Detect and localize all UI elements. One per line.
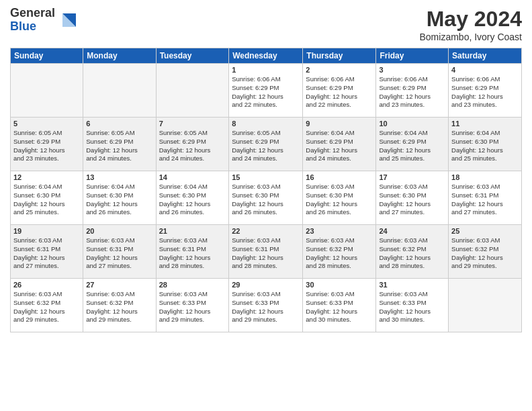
table-row: 4Sunrise: 6:06 AM Sunset: 6:29 PM Daylig… <box>449 64 522 118</box>
table-row: 20Sunrise: 6:03 AM Sunset: 6:31 PM Dayli… <box>83 225 156 279</box>
day-number: 21 <box>159 227 226 235</box>
day-info: Sunrise: 6:04 AM Sunset: 6:29 PM Dayligh… <box>379 129 445 163</box>
table-row: 12Sunrise: 6:04 AM Sunset: 6:30 PM Dayli… <box>11 171 83 225</box>
day-number: 5 <box>13 120 80 128</box>
table-row: 24Sunrise: 6:03 AM Sunset: 6:32 PM Dayli… <box>376 225 449 279</box>
logo-blue: Blue <box>10 20 55 34</box>
table-row: 11Sunrise: 6:04 AM Sunset: 6:30 PM Dayli… <box>449 118 522 171</box>
header: General Blue May 2024 Bomizambo, Ivory C… <box>10 7 522 42</box>
day-number: 9 <box>306 120 373 128</box>
day-number: 23 <box>306 227 373 235</box>
table-row: 14Sunrise: 6:04 AM Sunset: 6:30 PM Dayli… <box>156 171 229 225</box>
day-number: 11 <box>451 120 519 128</box>
day-info: Sunrise: 6:03 AM Sunset: 6:31 PM Dayligh… <box>13 236 80 271</box>
day-info: Sunrise: 6:03 AM Sunset: 6:31 PM Dayligh… <box>451 183 519 217</box>
table-row: 6Sunrise: 6:05 AM Sunset: 6:29 PM Daylig… <box>83 118 156 171</box>
calendar-week-row: 26Sunrise: 6:03 AM Sunset: 6:32 PM Dayli… <box>11 279 522 332</box>
table-row: 16Sunrise: 6:03 AM Sunset: 6:30 PM Dayli… <box>303 171 376 225</box>
table-row <box>449 279 522 332</box>
day-number: 6 <box>86 120 152 128</box>
month-title: May 2024 <box>420 7 523 32</box>
day-info: Sunrise: 6:04 AM Sunset: 6:29 PM Dayligh… <box>306 129 373 163</box>
logo-text: General Blue <box>10 7 55 34</box>
day-number: 1 <box>232 66 300 74</box>
day-info: Sunrise: 6:03 AM Sunset: 6:30 PM Dayligh… <box>232 183 300 217</box>
day-number: 26 <box>13 281 80 289</box>
day-number: 22 <box>232 227 300 235</box>
calendar-week-row: 5Sunrise: 6:05 AM Sunset: 6:29 PM Daylig… <box>11 118 522 171</box>
logo-icon <box>57 11 77 31</box>
table-row: 9Sunrise: 6:04 AM Sunset: 6:29 PM Daylig… <box>303 118 376 171</box>
calendar-week-row: 19Sunrise: 6:03 AM Sunset: 6:31 PM Dayli… <box>11 225 522 279</box>
day-info: Sunrise: 6:06 AM Sunset: 6:29 PM Dayligh… <box>306 75 373 109</box>
day-info: Sunrise: 6:05 AM Sunset: 6:29 PM Dayligh… <box>86 129 152 163</box>
day-info: Sunrise: 6:05 AM Sunset: 6:29 PM Dayligh… <box>13 129 80 163</box>
table-row: 26Sunrise: 6:03 AM Sunset: 6:32 PM Dayli… <box>11 279 83 332</box>
day-info: Sunrise: 6:03 AM Sunset: 6:31 PM Dayligh… <box>86 236 152 271</box>
day-number: 8 <box>232 120 300 128</box>
title-section: May 2024 Bomizambo, Ivory Coast <box>420 7 523 42</box>
day-number: 30 <box>306 281 373 289</box>
day-info: Sunrise: 6:06 AM Sunset: 6:29 PM Dayligh… <box>451 75 519 109</box>
day-info: Sunrise: 6:06 AM Sunset: 6:29 PM Dayligh… <box>232 75 300 109</box>
day-number: 25 <box>451 227 519 235</box>
day-info: Sunrise: 6:04 AM Sunset: 6:30 PM Dayligh… <box>451 129 519 163</box>
day-info: Sunrise: 6:04 AM Sunset: 6:30 PM Dayligh… <box>13 183 80 217</box>
day-number: 15 <box>232 173 300 181</box>
day-info: Sunrise: 6:03 AM Sunset: 6:32 PM Dayligh… <box>306 236 373 271</box>
day-number: 17 <box>379 173 445 181</box>
table-row: 23Sunrise: 6:03 AM Sunset: 6:32 PM Dayli… <box>303 225 376 279</box>
calendar-header-row: Sunday Monday Tuesday Wednesday Thursday… <box>11 48 522 64</box>
day-info: Sunrise: 6:03 AM Sunset: 6:31 PM Dayligh… <box>232 236 300 271</box>
day-number: 12 <box>13 173 80 181</box>
calendar-table: Sunday Monday Tuesday Wednesday Thursday… <box>10 48 522 332</box>
day-info: Sunrise: 6:03 AM Sunset: 6:32 PM Dayligh… <box>13 290 80 324</box>
table-row: 21Sunrise: 6:03 AM Sunset: 6:31 PM Dayli… <box>156 225 229 279</box>
table-row: 13Sunrise: 6:04 AM Sunset: 6:30 PM Dayli… <box>83 171 156 225</box>
table-row: 30Sunrise: 6:03 AM Sunset: 6:33 PM Dayli… <box>303 279 376 332</box>
day-number: 14 <box>159 173 226 181</box>
day-info: Sunrise: 6:04 AM Sunset: 6:30 PM Dayligh… <box>159 183 226 217</box>
header-sunday: Sunday <box>11 48 83 64</box>
table-row: 3Sunrise: 6:06 AM Sunset: 6:29 PM Daylig… <box>376 64 449 118</box>
day-number: 28 <box>159 281 226 289</box>
day-number: 29 <box>232 281 300 289</box>
table-row: 22Sunrise: 6:03 AM Sunset: 6:31 PM Dayli… <box>229 225 303 279</box>
header-wednesday: Wednesday <box>229 48 303 64</box>
table-row: 19Sunrise: 6:03 AM Sunset: 6:31 PM Dayli… <box>11 225 83 279</box>
header-thursday: Thursday <box>303 48 376 64</box>
table-row: 8Sunrise: 6:05 AM Sunset: 6:29 PM Daylig… <box>229 118 303 171</box>
table-row: 2Sunrise: 6:06 AM Sunset: 6:29 PM Daylig… <box>303 64 376 118</box>
page-container: General Blue May 2024 Bomizambo, Ivory C… <box>0 0 532 336</box>
day-number: 19 <box>13 227 80 235</box>
day-number: 13 <box>86 173 152 181</box>
logo: General Blue <box>10 7 77 34</box>
day-number: 20 <box>86 227 152 235</box>
table-row: 31Sunrise: 6:03 AM Sunset: 6:33 PM Dayli… <box>376 279 449 332</box>
table-row: 29Sunrise: 6:03 AM Sunset: 6:33 PM Dayli… <box>229 279 303 332</box>
day-number: 7 <box>159 120 226 128</box>
table-row <box>156 64 229 118</box>
table-row: 17Sunrise: 6:03 AM Sunset: 6:30 PM Dayli… <box>376 171 449 225</box>
location: Bomizambo, Ivory Coast <box>420 32 523 42</box>
logo-general: General <box>10 7 55 20</box>
day-info: Sunrise: 6:05 AM Sunset: 6:29 PM Dayligh… <box>232 129 300 163</box>
day-info: Sunrise: 6:03 AM Sunset: 6:30 PM Dayligh… <box>306 183 373 217</box>
day-number: 27 <box>86 281 152 289</box>
day-info: Sunrise: 6:03 AM Sunset: 6:32 PM Dayligh… <box>451 236 519 271</box>
day-number: 18 <box>451 173 519 181</box>
table-row: 15Sunrise: 6:03 AM Sunset: 6:30 PM Dayli… <box>229 171 303 225</box>
header-monday: Monday <box>83 48 156 64</box>
day-info: Sunrise: 6:03 AM Sunset: 6:33 PM Dayligh… <box>232 290 300 324</box>
day-info: Sunrise: 6:03 AM Sunset: 6:30 PM Dayligh… <box>379 183 445 217</box>
day-info: Sunrise: 6:03 AM Sunset: 6:31 PM Dayligh… <box>159 236 226 271</box>
table-row: 25Sunrise: 6:03 AM Sunset: 6:32 PM Dayli… <box>449 225 522 279</box>
day-info: Sunrise: 6:05 AM Sunset: 6:29 PM Dayligh… <box>159 129 226 163</box>
table-row: 18Sunrise: 6:03 AM Sunset: 6:31 PM Dayli… <box>449 171 522 225</box>
day-number: 16 <box>306 173 373 181</box>
header-friday: Friday <box>376 48 449 64</box>
day-info: Sunrise: 6:03 AM Sunset: 6:32 PM Dayligh… <box>86 290 152 324</box>
header-tuesday: Tuesday <box>156 48 229 64</box>
day-info: Sunrise: 6:06 AM Sunset: 6:29 PM Dayligh… <box>379 75 445 109</box>
day-info: Sunrise: 6:03 AM Sunset: 6:33 PM Dayligh… <box>306 290 373 324</box>
